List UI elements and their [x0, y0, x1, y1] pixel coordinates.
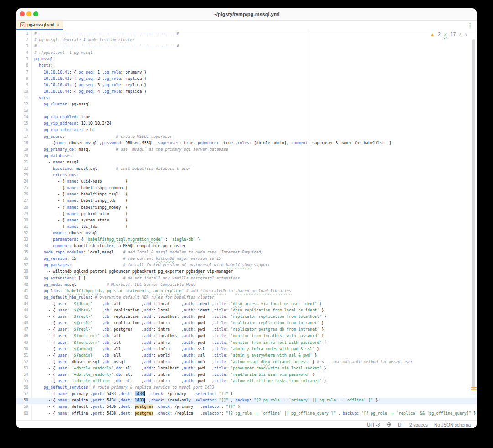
code-line-text: pg_databases:: [31, 153, 74, 160]
line-number: 22: [16, 166, 31, 173]
line-number: 30: [16, 218, 31, 224]
warning-stripe-mark[interactable]: [471, 389, 477, 390]
line-number: 43: [16, 301, 31, 308]
line-number: 11: [16, 95, 31, 102]
vertical-scrollbar[interactable]: [472, 39, 475, 389]
minimize-window-button[interactable]: [26, 11, 31, 16]
code-line-text: pg_packages: # install forked version of…: [31, 263, 270, 269]
code-line-text: - { name: babelfishpg_money }: [31, 205, 128, 211]
status-bar: UTF-8 LF 2 spaces No JSON schema: [16, 420, 477, 428]
code-line: 42 pg_default_hba_rules: # overwrite def…: [16, 295, 477, 301]
code-line: 15 pg_vip_address: 10.10.10.3/24: [16, 121, 477, 127]
code-line-text: # pg-mssql: dedicate 4 node testing clus…: [31, 37, 135, 44]
code-line-text: - { name: default ,port: 5436 ,dest: pos…: [31, 404, 240, 411]
code-line-text: 10.10.10.44: { pg_seq: 4 ,pg_role: repli…: [31, 89, 147, 95]
code-line: 13: [16, 108, 477, 115]
title-bar: ~/pigsty/temp/pg-mssql.yml: [16, 8, 477, 21]
line-number: 23: [16, 173, 31, 179]
code-line: 28 - { name: babelfishpg_money }: [16, 205, 477, 211]
code-line: 58 - { name: replica ,port: 5434 ,dest: …: [16, 398, 477, 404]
warning-count: 2: [438, 32, 441, 37]
code-line: 5pg-mssql:: [16, 57, 477, 63]
code-line: 25 - { name: babelfishpg_common }: [16, 185, 477, 192]
code-line: 29 - { name: pg_hint_plan }: [16, 211, 477, 218]
inspections-widget[interactable]: ▲2 ✓17 ∧ ∨: [428, 32, 469, 37]
line-number: 19: [16, 147, 31, 153]
code-line-text: [31, 108, 34, 115]
tab-pg-mssql-yml[interactable]: Y pg-mssql.yml ×: [16, 21, 63, 30]
line-number: 6: [16, 63, 31, 69]
warning-stripe-mark[interactable]: [471, 387, 477, 388]
line-number: 25: [16, 185, 31, 192]
status-indent[interactable]: 2 spaces: [409, 422, 428, 427]
code-line-text: pg_cluster: pg-mssql: [31, 102, 90, 108]
line-number: 13: [16, 108, 31, 115]
line-number: 41: [16, 289, 31, 295]
code-line-text: pg_version: 15 # The current WiltonDB ma…: [31, 256, 221, 263]
code-line: 30 - { name: system_stats }: [16, 218, 477, 224]
code-line-text: 10.10.10.41: { pg_seq: 1 ,pg_role: prima…: [31, 70, 147, 76]
next-problem-icon[interactable]: ∨: [465, 32, 467, 37]
tab-options-icon[interactable]: ⋮: [467, 22, 477, 28]
code-line-text: - { user: dbuser_mssql ,db: mssql ,addr:…: [31, 359, 413, 366]
code-editor[interactable]: 1#======================================…: [16, 30, 477, 420]
code-line: 34 comment: babelfish cluster, a MSSQL c…: [16, 243, 477, 250]
code-line: 37 pg_packages: # install forked version…: [16, 263, 477, 269]
line-number: 16: [16, 127, 31, 134]
code-line: 55 - { user: '+dbrole_offline' ,db: all …: [16, 379, 477, 385]
code-line-text: #=======================================…: [31, 44, 179, 50]
code-line-text: - name: mssql: [31, 160, 79, 166]
line-number: 44: [16, 308, 31, 314]
line-number: 2: [16, 37, 31, 44]
line-number: 5: [16, 57, 31, 63]
line-number: 18: [16, 141, 31, 147]
code-line: 12 pg_cluster: pg-mssql: [16, 102, 477, 108]
line-number: 50: [16, 347, 31, 353]
code-line: 32 owner: dbuser_mssql: [16, 231, 477, 237]
previous-problem-icon[interactable]: ∧: [459, 32, 462, 37]
line-number: 1: [16, 31, 31, 37]
line-number: 58: [16, 398, 31, 404]
code-line-text: - { user: '${admin}' ,db: all ,addr: wor…: [31, 353, 317, 359]
line-number: 39: [16, 276, 31, 282]
code-line-text: - { user: '${monitor}' ,db: all ,addr: i…: [31, 340, 326, 347]
line-number: 33: [16, 237, 31, 243]
code-line-text: parameters: { 'babelfishpg_tsql.migratio…: [31, 237, 200, 243]
line-number: 20: [16, 153, 31, 160]
code-line-text: comment: babelfish cluster, a MSSQL comp…: [31, 243, 186, 250]
code-line: 20 pg_databases:: [16, 153, 477, 160]
code-line: 19 pg_primary_db: mssql # use `mssql` as…: [16, 147, 477, 153]
code-line-text: - { user: '+dbrole_readonly',db: all ,ad…: [31, 372, 315, 379]
line-number: 47: [16, 327, 31, 333]
line-number: 9: [16, 83, 31, 89]
maximize-window-button[interactable]: [33, 11, 38, 16]
code-line-text: pg_vip_enabled: true: [31, 115, 90, 121]
ide-window: ~/pigsty/temp/pg-mssql.yml Y pg-mssql.ym…: [16, 8, 477, 428]
code-line-text: - { name: offline ,port: 5438 ,dest: pos…: [31, 411, 476, 417]
line-number: 42: [16, 295, 31, 301]
code-line-text: pg_libs: 'babelfishpg_tds, pg_stat_state…: [31, 289, 291, 295]
status-globe-icon[interactable]: [386, 422, 391, 428]
code-line: 31 - { name: tds_fdw }: [16, 224, 477, 231]
line-number: 60: [16, 411, 31, 417]
status-json-schema[interactable]: No JSON schema: [434, 422, 471, 427]
code-line: 8 10.10.10.42: { pg_seq: 2 ,pg_role: rep…: [16, 76, 477, 83]
code-line: 47 - { user: '${repl}' ,db: postgres ,ad…: [16, 327, 477, 333]
line-number: 54: [16, 372, 31, 379]
code-line-text: 10.10.10.43: { pg_seq: 3 ,pg_role: repli…: [31, 83, 147, 89]
code-line: 39 pg_extensions: [ ] # do not install a…: [16, 276, 477, 282]
status-encoding[interactable]: UTF-8: [367, 422, 380, 427]
code-line: 48 - { user: '${monitor}' ,db: all ,addr…: [16, 333, 477, 340]
tab-close-icon[interactable]: ×: [57, 22, 59, 27]
line-number: 7: [16, 70, 31, 76]
line-number: 45: [16, 314, 31, 321]
code-line-text: - { user: '${repl}' ,db: replication ,ad…: [31, 314, 326, 321]
code-line: 10 10.10.10.44: { pg_seq: 4 ,pg_role: re…: [16, 89, 477, 95]
code-line-text: - { name: pg_hint_plan }: [31, 211, 128, 218]
status-line-separator[interactable]: LF: [398, 422, 403, 427]
close-window-button[interactable]: [20, 11, 25, 16]
code-line: 54 - { user: '+dbrole_readonly',db: all …: [16, 372, 477, 379]
code-line-text: - { user: '+dbrole_offline' ,db: all ,ad…: [31, 379, 326, 385]
line-number: 29: [16, 211, 31, 218]
code-line-text: hosts:: [31, 63, 53, 69]
